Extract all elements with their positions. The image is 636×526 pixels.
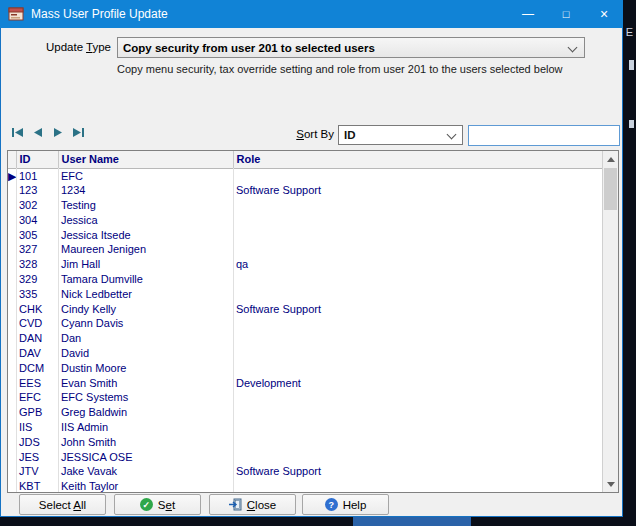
next-record-button[interactable] [50,125,66,140]
table-row[interactable]: 335Nick Ledbetter [8,287,603,302]
row-selector-cell [8,287,16,302]
chevron-down-icon [447,130,457,140]
cell [233,405,603,420]
cell [233,242,603,257]
row-selector-cell [8,479,16,493]
table-row[interactable]: CHKCindy KellySoftware Support [8,302,603,317]
table-row[interactable]: ▶101EFC [8,168,603,183]
row-selector-cell [8,405,16,420]
chevron-down-icon [568,43,578,53]
table-row[interactable]: IISIIS Admin [8,420,603,435]
cell: Dan [58,331,233,346]
scrollbar-thumb[interactable] [604,168,617,210]
row-selector-cell [8,346,16,361]
table-row[interactable]: 328Jim Hallqa [8,257,603,272]
sort-by-select[interactable]: ID [338,125,463,145]
table-row[interactable]: JESJESSICA OSE [8,450,603,465]
row-selector-cell [8,228,16,243]
select-all-button[interactable]: Select All [19,494,106,515]
column-header-username[interactable]: User Name [58,151,233,168]
row-selector-cell [8,376,16,391]
table-row[interactable]: 305Jessica Itsede [8,228,603,243]
row-selector-cell [8,435,16,450]
table-row[interactable]: CVDCyann Davis [8,316,603,331]
column-header-id[interactable]: ID [16,151,58,168]
cell [233,168,603,183]
window-controls: — □ × [509,0,623,28]
window-title: Mass User Profile Update [31,7,168,21]
cell: Jake Vavak [58,464,233,479]
help-label: Help [343,499,367,511]
row-selector-cell [8,302,16,317]
table-row[interactable]: DAVDavid [8,346,603,361]
table-row[interactable]: DCMDustin Moore [8,361,603,376]
maximize-button[interactable]: □ [547,0,585,28]
first-record-button[interactable] [10,125,26,140]
cell: Testing [58,198,233,213]
cell: Software Support [233,464,603,479]
table-row[interactable]: EESEvan SmithDevelopment [8,376,603,391]
scroll-up-button[interactable] [603,151,618,167]
close-button[interactable]: × [585,0,623,28]
cell: JTV [16,464,58,479]
app-icon [8,7,24,21]
row-selector-cell [8,450,16,465]
minimize-button[interactable]: — [509,0,547,28]
table-row[interactable]: JDSJohn Smith [8,435,603,450]
filter-input[interactable] [468,125,620,146]
table-row[interactable]: KBTKeith Taylor [8,479,603,493]
cell: Jessica Itsede [58,228,233,243]
cell [233,316,603,331]
previous-record-button[interactable] [30,125,46,140]
row-selector-cell [8,361,16,376]
user-table: ID User Name Role ▶101EFC1231234Software… [8,151,604,493]
selector-header-cell [8,151,16,168]
cell: Nick Ledbetter [58,287,233,302]
background-window-fragment: E [626,26,633,38]
cell: 305 [16,228,58,243]
cell: Cindy Kelly [58,302,233,317]
table-row[interactable]: 304Jessica [8,213,603,228]
cell [233,272,603,287]
previous-record-icon [32,127,44,138]
taskbar-fragment [353,517,471,526]
table-row[interactable]: 327Maureen Jenigen [8,242,603,257]
table-row[interactable]: GPBGreg Baldwin [8,405,603,420]
cell [233,435,603,450]
row-selector-cell [8,420,16,435]
cell: Maureen Jenigen [58,242,233,257]
help-button[interactable]: ? Help [302,494,389,515]
dialog-body: Update Type Copy security from user 201 … [1,28,622,516]
scroll-down-button[interactable] [603,476,618,492]
cell [233,331,603,346]
cell: KBT [16,479,58,493]
table-row[interactable]: JTVJake VavakSoftware Support [8,464,603,479]
cell: JESSICA OSE [58,450,233,465]
first-record-icon [11,127,25,138]
row-selector-cell [8,213,16,228]
table-row[interactable]: 1231234Software Support [8,183,603,198]
grid-scrollbar[interactable] [602,151,618,492]
table-row[interactable]: DANDan [8,331,603,346]
table-row[interactable]: EFCEFC Systems [8,390,603,405]
cell [233,420,603,435]
titlebar[interactable]: Mass User Profile Update — □ × [0,0,623,28]
row-selector-cell [8,316,16,331]
cell: 327 [16,242,58,257]
arrow-down-icon [607,482,615,487]
table-row[interactable]: 329Tamara Dumville [8,272,603,287]
row-selector-cell [8,257,16,272]
close-dialog-button[interactable]: Close [209,494,296,515]
cell: John Smith [58,435,233,450]
cell: 1234 [58,183,233,198]
column-header-role[interactable]: Role [233,151,603,168]
update-type-select[interactable]: Copy security from user 201 to selected … [117,37,585,58]
set-button[interactable]: ✓ Set [114,494,201,515]
last-record-button[interactable] [70,125,86,140]
cell: Cyann Davis [58,316,233,331]
cell: Keith Taylor [58,479,233,493]
question-mark-icon: ? [325,498,338,511]
cell: qa [233,257,603,272]
table-row[interactable]: 302Testing [8,198,603,213]
cell: JDS [16,435,58,450]
